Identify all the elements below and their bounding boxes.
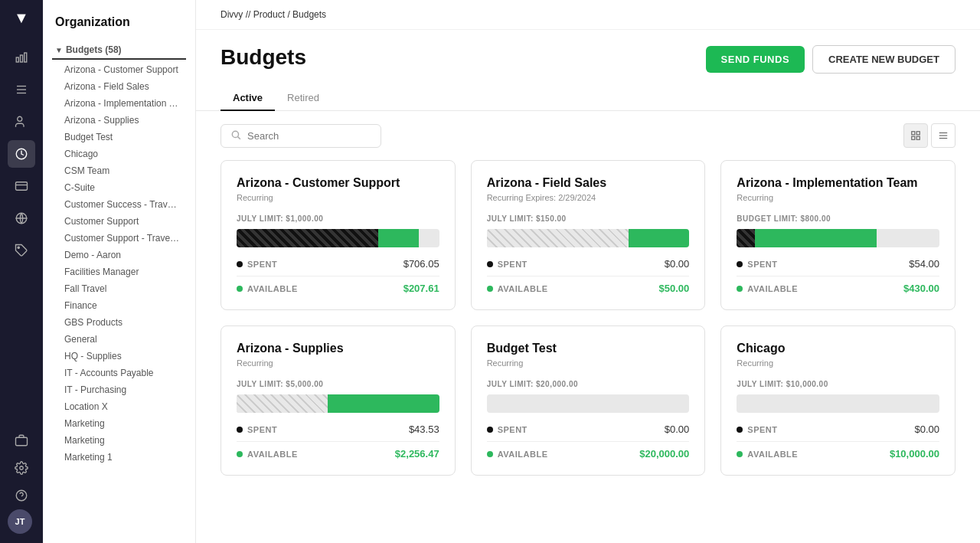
available-row: AVAILABLE $2,256.47 (237, 448, 439, 460)
budget-card-arizona-customer-support[interactable]: Arizona - Customer Support Recurring JUL… (220, 160, 456, 310)
nav-icon-globe[interactable] (8, 204, 35, 232)
card-stats: SPENT $0.00 AVAILABLE $20,000.00 (487, 424, 690, 460)
sidebar-item[interactable]: CSM Team (52, 162, 186, 179)
nav-icon-people[interactable] (8, 108, 35, 136)
card-title: Arizona - Implementation Team (737, 176, 939, 190)
available-dot (737, 286, 743, 292)
available-label: AVAILABLE (487, 284, 548, 293)
page-header: Budgets SEND FUNDS CREATE NEW BUDGET (196, 30, 980, 74)
sidebar-item[interactable]: Customer Support (52, 213, 186, 230)
sidebar-item[interactable]: Arizona - Field Sales (52, 78, 186, 95)
search-input[interactable] (247, 130, 371, 142)
tab-retired[interactable]: Retired (275, 86, 332, 111)
fill-used (737, 229, 755, 247)
sidebar-item[interactable]: GBS Products (52, 314, 186, 331)
card-title: Budget Test (487, 342, 690, 355)
available-row: AVAILABLE $20,000.00 (487, 448, 690, 460)
available-label: AVAILABLE (737, 284, 798, 293)
stat-divider (487, 441, 690, 442)
available-row: AVAILABLE $430.00 (737, 283, 939, 294)
svg-rect-1 (21, 55, 23, 62)
limit-label: BUDGET LIMIT: $800.00 (737, 214, 939, 223)
nav-icon-settings[interactable] (8, 454, 35, 482)
grid-view-button[interactable] (903, 123, 928, 148)
fill-used (237, 229, 378, 247)
sidebar-item[interactable]: Customer Support - Travel ... (52, 230, 186, 247)
sidebar-item[interactable]: Facilities Manager (52, 263, 186, 280)
sidebar-section-header[interactable]: ▼ Budgets (58) (52, 41, 186, 60)
sidebar-item[interactable]: HQ - Supplies (52, 348, 186, 365)
available-value: $207.61 (403, 283, 439, 294)
spent-value: $0.00 (665, 258, 690, 270)
tab-active[interactable]: Active (220, 86, 275, 111)
budget-card-budget-test[interactable]: Budget Test Recurring JULY LIMIT: $20,00… (471, 325, 706, 476)
nav-icon-tags[interactable] (8, 237, 35, 264)
sidebar-item[interactable]: Arizona - Supplies (52, 112, 186, 129)
breadcrumb: Divvy // Product / Budgets (196, 0, 980, 30)
card-subtitle: Recurring (487, 358, 690, 368)
user-avatar[interactable]: JT (8, 509, 32, 534)
spent-value: $0.00 (665, 424, 690, 435)
search-box[interactable] (220, 124, 381, 148)
svg-point-13 (20, 466, 24, 470)
svg-point-14 (16, 490, 27, 501)
available-label: AVAILABLE (237, 284, 298, 293)
sidebar-item[interactable]: General (52, 331, 186, 348)
sidebar-item[interactable]: Demo - Aaron (52, 247, 186, 263)
sidebar-item[interactable]: C-Suite (52, 179, 186, 196)
spent-dot (237, 427, 243, 433)
nav-icon-briefcase[interactable] (8, 427, 35, 454)
header-actions: SEND FUNDS CREATE NEW BUDGET (706, 45, 956, 74)
budget-card-arizona-implementation-team[interactable]: Arizona - Implementation Team Recurring … (720, 160, 956, 310)
sidebar-item[interactable]: Arizona - Customer Support (52, 61, 186, 78)
tabs: Active Retired (196, 74, 980, 111)
nav-icon-reports[interactable] (8, 44, 35, 71)
progress-bar (237, 394, 439, 413)
progress-bar (737, 394, 939, 413)
sidebar-item[interactable]: Customer Success - Travel ... (52, 196, 186, 213)
sidebar-item[interactable]: Marketing (52, 432, 186, 449)
budget-card-arizona-supplies[interactable]: Arizona - Supplies Recurring JULY LIMIT:… (220, 325, 456, 476)
sidebar-item[interactable]: IT - Purchasing (52, 381, 186, 398)
sidebar-item[interactable]: Arizona - Implementation T... (52, 95, 186, 112)
svg-rect-8 (16, 182, 28, 191)
budget-card-arizona-field-sales[interactable]: Arizona - Field Sales Recurring Expires:… (471, 160, 706, 310)
sidebar-item[interactable]: Chicago (52, 146, 186, 162)
available-value: $430.00 (903, 283, 939, 294)
fill-available (755, 229, 877, 247)
sidebar-item[interactable]: Marketing (52, 415, 186, 432)
card-stats: SPENT $54.00 AVAILABLE $430.00 (737, 258, 939, 294)
available-dot (487, 286, 493, 292)
nav-icon-help[interactable] (8, 482, 35, 509)
budget-card-chicago[interactable]: Chicago Recurring JULY LIMIT: $10,000.00… (720, 325, 956, 476)
icon-rail: ▼ JT (0, 0, 43, 543)
sidebar-item[interactable]: Budget Test (52, 129, 186, 146)
sidebar-item[interactable]: IT - Accounts Payable (52, 365, 186, 381)
send-funds-button[interactable]: SEND FUNDS (706, 46, 805, 73)
sidebar-item[interactable]: Fall Travel (52, 280, 186, 297)
spent-dot (487, 427, 493, 433)
card-stats: SPENT $706.05 AVAILABLE $207.61 (237, 258, 439, 294)
spent-label: SPENT (237, 425, 277, 434)
card-stats: SPENT $43.53 AVAILABLE $2,256.47 (237, 424, 439, 460)
sidebar-item[interactable]: Finance (52, 297, 186, 314)
main-content: Divvy // Product / Budgets Budgets SEND … (196, 0, 980, 543)
spent-value: $0.00 (914, 424, 939, 435)
spent-row: SPENT $43.53 (237, 424, 439, 435)
spent-label: SPENT (487, 260, 528, 269)
create-budget-button[interactable]: CREATE NEW BUDGET (812, 45, 956, 74)
list-view-button[interactable] (931, 123, 956, 148)
sidebar-item[interactable]: Marketing 1 (52, 449, 186, 466)
sidebar-item[interactable]: Location X (52, 398, 186, 415)
spent-dot (237, 261, 243, 267)
nav-icon-budgets[interactable] (8, 140, 35, 168)
breadcrumb-path: Divvy // Product (220, 9, 285, 20)
nav-icon-cards[interactable] (8, 172, 35, 200)
fill-available (328, 394, 439, 413)
spent-row: SPENT $0.00 (737, 424, 939, 435)
limit-label: JULY LIMIT: $150.00 (487, 214, 690, 223)
sidebar-items-list: Arizona - Customer SupportArizona - Fiel… (52, 61, 186, 466)
available-dot (487, 451, 493, 457)
nav-icon-transactions[interactable] (8, 76, 35, 103)
progress-bar (737, 229, 939, 247)
